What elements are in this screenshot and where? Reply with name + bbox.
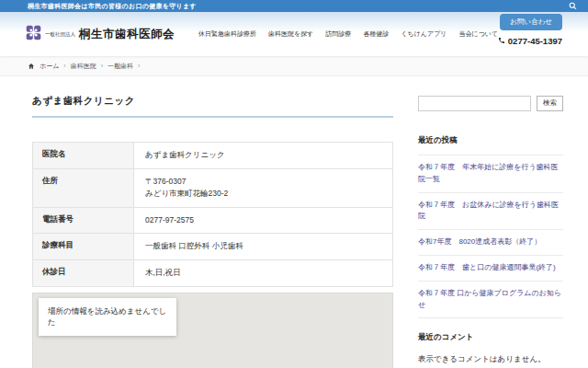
breadcrumb-home[interactable]: ホーム: [40, 62, 59, 71]
nav-item-checkups[interactable]: 各種健診: [363, 29, 389, 39]
recent-post-link[interactable]: 令和７年度 お盆休みに診療を行う歯科医院: [418, 193, 563, 231]
table-row-clinic-name: 医院名 あずま歯科クリニック: [33, 143, 392, 169]
row-label: 医院名: [33, 143, 134, 168]
contact-button[interactable]: お問い合わせ: [500, 14, 562, 30]
no-comments-message: 表示できるコメントはありません。: [418, 354, 563, 365]
map-error-message: 場所の情報を読み込めませんでした: [39, 298, 176, 337]
header-contact-area: お問い合わせ 0277-45-1397: [498, 14, 562, 46]
association-logo-icon: [26, 25, 41, 44]
nav-item-about[interactable]: 当会について: [458, 29, 498, 39]
breadcrumb: ホーム › 歯科医院 › 一般歯科 ›: [0, 56, 588, 76]
main-nav: 休日緊急歯科診療所 歯科医院を探す 訪問診療 各種健診 くちけんアプリ 当会につ…: [198, 29, 498, 39]
recent-post-link[interactable]: 令和７年度 年末年始に診療を行う歯科医院一覧: [418, 155, 563, 193]
org-name: 桐生市歯科医師会: [79, 27, 175, 42]
nav-item-kuchiken-app[interactable]: くちけんアプリ: [401, 29, 447, 39]
site-logo[interactable]: 一般社団法人 桐生市歯科医師会: [26, 25, 175, 44]
row-value: 一般歯科 口腔外科 小児歯科: [134, 234, 392, 259]
page-content: あずま歯科クリニック 医院名 あずま歯科クリニック 住所 〒376-0307 み…: [0, 76, 588, 368]
sidebar-search: 検索: [418, 95, 563, 111]
site-tagline: 桐生市歯科医師会は市民の皆様のお口の健康を守ります: [28, 2, 197, 11]
search-input[interactable]: [418, 96, 531, 111]
search-button[interactable]: 検索: [537, 96, 563, 111]
breadcrumb-separator: ›: [63, 63, 65, 69]
nav-item-find-clinic[interactable]: 歯科医院を探す: [268, 29, 313, 39]
table-row-phone: 電話番号 0277-97-2575: [33, 208, 392, 235]
row-value: 0277-97-2575: [134, 208, 392, 234]
search-icon[interactable]: [569, 2, 577, 10]
row-label: 住所: [33, 169, 134, 207]
breadcrumb-general-dentistry[interactable]: 一般歯科: [107, 62, 133, 71]
recent-posts-title: 最近の投稿: [418, 135, 563, 155]
recent-comments-title: 最近のコメント: [418, 332, 563, 343]
recent-post-link[interactable]: 令和７年度 口から健康プログラムのお知らせ: [418, 282, 563, 319]
postal-code: 〒376-0307: [145, 177, 186, 186]
nav-item-visiting-care[interactable]: 訪問診療: [325, 29, 351, 39]
row-value: 〒376-0307 みどり市東町花輪230-2: [134, 169, 392, 207]
phone-icon: [498, 36, 505, 46]
phone-number: 0277-45-1397: [498, 36, 562, 46]
top-utility-bar: 桐生市歯科医師会は市民の皆様のお口の健康を守ります: [0, 0, 588, 12]
row-value: あずま歯科クリニック: [134, 143, 392, 168]
table-row-closed-days: 休診日 木,日,祝日: [33, 260, 392, 287]
row-label: 電話番号: [33, 208, 134, 234]
recent-post-link[interactable]: 令和7年度 8020達成者表彰（終了）: [418, 230, 563, 256]
sidebar: 検索 最近の投稿 令和７年度 年末年始に診療を行う歯科医院一覧 令和７年度 お盆…: [418, 95, 563, 368]
map-embed[interactable]: 場所の情報を読み込めませんでした: [32, 293, 393, 368]
clinic-info-table: 医院名 あずま歯科クリニック 住所 〒376-0307 みどり市東町花輪230-…: [32, 142, 393, 287]
table-row-address: 住所 〒376-0307 みどり市東町花輪230-2: [33, 169, 392, 208]
breadcrumb-separator: ›: [138, 63, 140, 69]
page-title: あずま歯科クリニック: [32, 95, 393, 108]
row-label: 診療科目: [33, 234, 134, 259]
row-value: 木,日,祝日: [134, 260, 392, 286]
main-column: あずま歯科クリニック 医院名 あずま歯科クリニック 住所 〒376-0307 み…: [32, 95, 393, 368]
site-header: 一般社団法人 桐生市歯科医師会 休日緊急歯科診療所 歯科医院を探す 訪問診療 各…: [0, 12, 588, 56]
table-row-departments: 診療科目 一般歯科 口腔外科 小児歯科: [33, 234, 392, 260]
breadcrumb-dental-clinics[interactable]: 歯科医院: [71, 62, 96, 71]
street-address: みどり市東町花輪230-2: [145, 189, 228, 198]
home-icon: [28, 63, 35, 70]
row-label: 休診日: [33, 260, 134, 286]
breadcrumb-separator: ›: [101, 63, 103, 69]
recent-post-link[interactable]: 令和７年度 歯と口の健康週間事業(終了): [418, 256, 563, 282]
page-title-wrap: あずま歯科クリニック: [32, 95, 393, 118]
nav-item-emergency-clinic[interactable]: 休日緊急歯科診療所: [198, 29, 256, 39]
org-type-label: 一般社団法人: [45, 31, 75, 38]
